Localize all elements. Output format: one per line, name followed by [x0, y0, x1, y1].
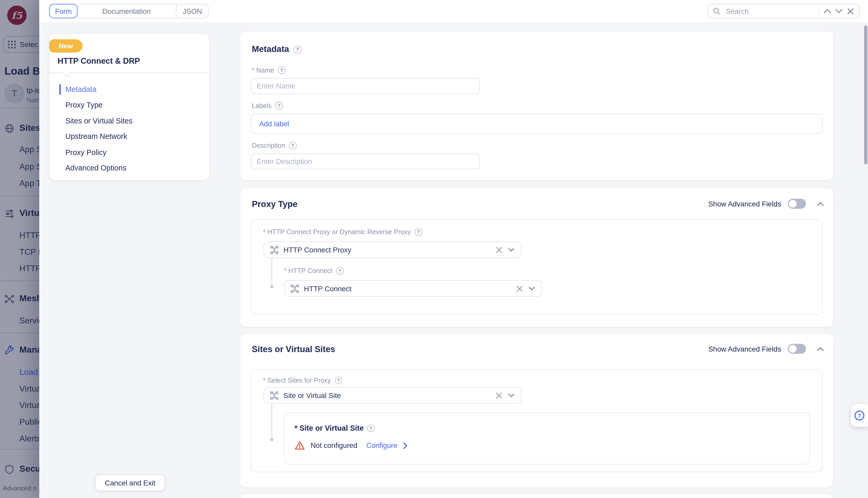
- wizard-step-label: Sites or Virtual Sites: [65, 117, 132, 125]
- proxy-choice-label-text: * HTTP Connect Proxy or Dynamic Reverse …: [263, 228, 411, 236]
- metadata-section-card: Metadata * Name Labels Add label Descrip…: [240, 31, 833, 180]
- wizard-step-advanced-options[interactable]: Advanced Options: [65, 160, 203, 176]
- chevron-down-icon[interactable]: [508, 246, 515, 254]
- show-advanced-label: Show Advanced Fields: [708, 344, 781, 353]
- wizard-title: HTTP Connect & DRP: [58, 56, 140, 65]
- proxy-type-advanced-controls: Show Advanced Fields: [708, 199, 824, 209]
- clear-selection-icon[interactable]: [495, 246, 503, 254]
- sites-heading-text: Sites or Virtual Sites: [252, 344, 335, 354]
- selection-type-icon: [290, 284, 299, 293]
- tab-json[interactable]: JSON: [177, 4, 208, 18]
- help-icon[interactable]: [336, 267, 344, 275]
- wizard-step-label: Advanced Options: [65, 164, 126, 172]
- chevron-right-icon[interactable]: [403, 442, 407, 449]
- collapse-section-icon[interactable]: [817, 347, 824, 351]
- help-icon[interactable]: [275, 102, 283, 110]
- wizard-step-proxy-policy[interactable]: Proxy Policy: [65, 145, 203, 160]
- http-connect-select[interactable]: HTTP Connect: [284, 280, 542, 297]
- panel-content: New HTTP Connect & DRP MetadataProxy Typ…: [39, 22, 868, 498]
- wizard-title-divider: [49, 73, 209, 73]
- http-connect-value: HTTP Connect: [304, 284, 511, 292]
- toggle-knob: [789, 200, 797, 208]
- tab-documentation[interactable]: Documentation: [77, 4, 177, 18]
- show-advanced-toggle[interactable]: [788, 199, 806, 209]
- site-config-card: * Site or Virtual Site Not configured Co…: [284, 412, 810, 464]
- add-label-button[interactable]: Add label: [259, 120, 289, 128]
- nesting-connector-line: [271, 258, 273, 287]
- clear-selection-icon[interactable]: [495, 392, 503, 399]
- tab-group: DocumentationJSON: [77, 4, 209, 18]
- panel-header: FormDocumentationJSON: [39, 0, 868, 22]
- modal-dim-overlay[interactable]: [0, 0, 39, 498]
- toggle-knob: [789, 345, 797, 353]
- help-icon[interactable]: [367, 424, 374, 432]
- scrollbar-thumb[interactable]: [864, 26, 867, 165]
- description-input[interactable]: [251, 154, 480, 170]
- http-connect-label-text: * HTTP Connect: [284, 267, 332, 275]
- help-icon[interactable]: [293, 45, 302, 53]
- help-fab[interactable]: ?: [851, 404, 868, 427]
- wizard-step-upstream-network[interactable]: Upstream Network: [65, 129, 203, 144]
- sites-fieldset: * Select Sites for Proxy Site or Virtual…: [251, 369, 823, 472]
- selection-type-icon: [269, 391, 279, 400]
- labels-label-text: Labels: [252, 102, 272, 110]
- wizard-step-proxy-type[interactable]: Proxy Type: [65, 97, 203, 113]
- nesting-connector-dot: [270, 438, 274, 441]
- site-select-value: Site or Virtual Site: [284, 391, 491, 399]
- sites-advanced-controls: Show Advanced Fields: [708, 344, 824, 354]
- proxy-choice-value: HTTP Connect Proxy: [284, 246, 491, 254]
- wizard-divider-notch: [63, 69, 70, 77]
- configure-link[interactable]: Configure: [366, 441, 397, 450]
- clear-selection-icon[interactable]: [516, 285, 524, 292]
- name-label-text: * Name: [252, 67, 274, 74]
- wizard-panel: FormDocumentationJSON: [39, 0, 868, 498]
- wizard-step-label: Proxy Type: [65, 101, 103, 109]
- wizard-step-list: MetadataProxy TypeSites or Virtual Sites…: [65, 81, 203, 176]
- search-input[interactable]: [725, 6, 815, 16]
- wizard-step-label: Proxy Policy: [65, 148, 106, 157]
- show-advanced-label: Show Advanced Fields: [708, 200, 781, 208]
- help-icon[interactable]: [415, 228, 422, 236]
- wizard-step-metadata[interactable]: Metadata: [65, 81, 203, 97]
- chevron-down-icon[interactable]: [528, 285, 536, 292]
- sites-heading: Sites or Virtual Sites: [252, 344, 335, 354]
- chevron-down-icon[interactable]: [508, 392, 515, 399]
- site-config-status-row: Not configured Configure: [294, 441, 407, 450]
- proxy-choice-select[interactable]: HTTP Connect Proxy: [264, 241, 522, 258]
- metadata-heading-text: Metadata: [252, 44, 289, 54]
- selection-type-icon: [269, 245, 279, 254]
- search-box: [708, 4, 860, 18]
- site-config-label: * Site or Virtual Site: [294, 424, 374, 432]
- help-icon[interactable]: [278, 67, 286, 74]
- show-advanced-toggle[interactable]: [788, 344, 806, 354]
- labels-field-label: Labels: [252, 102, 283, 110]
- proxy-type-fieldset: * HTTP Connect Proxy or Dynamic Reverse …: [251, 219, 823, 315]
- next-section-card-partial: [240, 494, 833, 498]
- warning-icon: [294, 441, 305, 450]
- tab-form[interactable]: Form: [49, 4, 78, 18]
- http-connect-label: * HTTP Connect: [284, 267, 343, 275]
- active-step-indicator: [59, 84, 61, 94]
- status-text: Not configured: [311, 441, 357, 450]
- proxy-type-heading-text: Proxy Type: [252, 199, 298, 209]
- wizard-step-label: Metadata: [65, 85, 96, 93]
- nesting-connector-line: [271, 404, 273, 440]
- app-root: f5 Selec Load Ba T tp-te Name SitesApp S…: [0, 0, 868, 498]
- nesting-connector-dot: [270, 285, 274, 288]
- search-prev-icon[interactable]: [824, 7, 831, 15]
- site-config-label-text: * Site or Virtual Site: [294, 424, 364, 432]
- search-close-icon[interactable]: [846, 7, 854, 15]
- search-icon: [713, 7, 721, 15]
- site-select[interactable]: Site or Virtual Site: [264, 387, 522, 404]
- proxy-choice-label: * HTTP Connect Proxy or Dynamic Reverse …: [263, 228, 422, 236]
- help-icon[interactable]: [289, 142, 297, 149]
- cancel-and-exit-button[interactable]: Cancel and Exit: [95, 474, 165, 491]
- proxy-type-section-card: Proxy Type Show Advanced Fields * HTTP C…: [240, 188, 833, 327]
- help-icon[interactable]: [335, 377, 342, 384]
- svg-text:?: ?: [857, 412, 861, 419]
- search-next-icon[interactable]: [835, 7, 843, 15]
- labels-container: Add label: [251, 114, 823, 134]
- wizard-step-sites-or-virtual-sites[interactable]: Sites or Virtual Sites: [65, 113, 203, 129]
- collapse-section-icon[interactable]: [817, 202, 824, 206]
- name-input[interactable]: [251, 78, 480, 94]
